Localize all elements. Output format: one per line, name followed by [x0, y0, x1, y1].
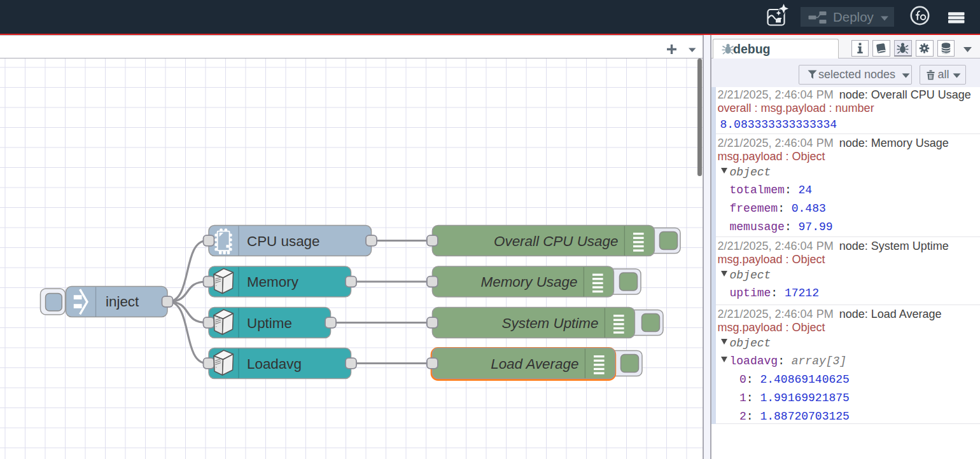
- svg-text:Loadavg: Loadavg: [247, 356, 302, 372]
- svg-text:CPU usage: CPU usage: [247, 233, 320, 249]
- svg-text:Memory: Memory: [247, 274, 299, 290]
- svg-text:Deploy: Deploy: [833, 10, 874, 24]
- svg-text:Uptime: Uptime: [247, 315, 292, 331]
- svg-text:Overall CPU Usage: Overall CPU Usage: [494, 233, 618, 249]
- svg-text:Load Average: Load Average: [491, 356, 578, 372]
- svg-text:System Uptime: System Uptime: [502, 315, 599, 331]
- svg-text:inject: inject: [106, 294, 139, 310]
- svg-text:Memory Usage: Memory Usage: [481, 274, 578, 290]
